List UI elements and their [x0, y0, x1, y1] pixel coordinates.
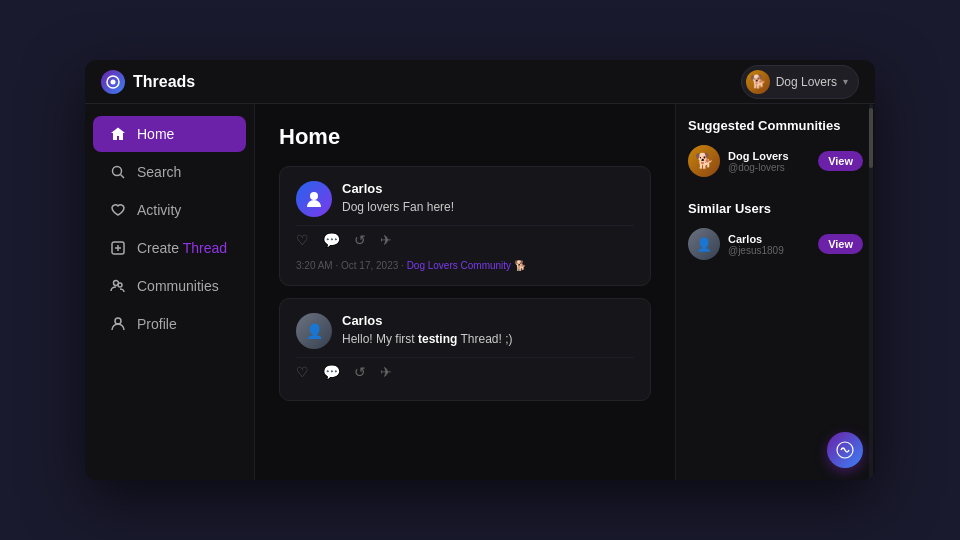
sidebar-item-profile[interactable]: Profile — [93, 306, 246, 342]
thread-username: Carlos — [342, 181, 634, 196]
thread-username: Carlos — [342, 313, 634, 328]
sidebar-create-thread-label: Create Thread — [137, 240, 227, 256]
similar-users-title: Similar Users — [688, 201, 863, 216]
sidebar-item-search[interactable]: Search — [93, 154, 246, 190]
sidebar-profile-label: Profile — [137, 316, 177, 332]
similar-user-name: Carlos — [728, 233, 810, 245]
suggested-community-name: Dog Lovers — [728, 150, 810, 162]
like-button[interactable]: ♡ — [296, 364, 309, 380]
fab-button[interactable] — [827, 432, 863, 468]
suggested-info: Dog Lovers @dog-lovers — [728, 150, 810, 173]
scrollbar — [869, 104, 873, 480]
svg-point-8 — [118, 283, 122, 287]
sidebar-item-activity[interactable]: Activity — [93, 192, 246, 228]
page-title: Home — [279, 124, 651, 150]
sidebar-search-label: Search — [137, 164, 181, 180]
community-avatar: 🐕 — [746, 70, 770, 94]
thread-header: 👤 Carlos Hello! My first testing Thread!… — [296, 313, 634, 349]
view-community-button[interactable]: View — [818, 151, 863, 171]
thread-content: Dog lovers Fan here! — [342, 199, 634, 216]
threads-logo-icon — [101, 70, 125, 94]
thread-meta: 3:20 AM · Oct 17, 2023 · Dog Lovers Comm… — [296, 260, 634, 271]
right-panel: Suggested Communities 🐕 Dog Lovers @dog-… — [675, 104, 875, 480]
top-bar-right: 🐕 Dog Lovers ▾ — [741, 65, 859, 99]
sidebar-activity-label: Activity — [137, 202, 181, 218]
sidebar-item-home[interactable]: Home — [93, 116, 246, 152]
community-selector[interactable]: 🐕 Dog Lovers ▾ — [741, 65, 859, 99]
thread-user-info: Carlos Dog lovers Fan here! — [342, 181, 634, 216]
profile-icon — [109, 315, 127, 333]
suggested-community-handle: @dog-lovers — [728, 162, 810, 173]
avatar: 👤 — [296, 313, 332, 349]
scroll-thumb[interactable] — [869, 108, 873, 168]
search-icon — [109, 163, 127, 181]
svg-point-2 — [113, 167, 122, 176]
avatar — [296, 181, 332, 217]
suggested-info: Carlos @jesus1809 — [728, 233, 810, 256]
svg-point-9 — [115, 318, 121, 324]
top-bar-left: Threads — [101, 70, 195, 94]
thread-user-info: Carlos Hello! My first testing Thread! ;… — [342, 313, 634, 348]
suggested-community-item: 🐕 Dog Lovers @dog-lovers View — [688, 145, 863, 177]
similar-users-section: Similar Users 👤 Carlos @jesus1809 View — [688, 201, 863, 260]
community-avatar: 🐕 — [688, 145, 720, 177]
sidebar-home-label: Home — [137, 126, 174, 142]
repost-button[interactable]: ↺ — [354, 232, 366, 248]
suggested-communities-section: Suggested Communities 🐕 Dog Lovers @dog-… — [688, 118, 863, 177]
edit-icon — [109, 239, 127, 257]
similar-user-item: 👤 Carlos @jesus1809 View — [688, 228, 863, 260]
thread-card: Carlos Dog lovers Fan here! ♡ 💬 ↺ ✈ 3:20… — [279, 166, 651, 286]
chevron-down-icon: ▾ — [843, 76, 848, 87]
app-title: Threads — [133, 73, 195, 91]
communities-icon — [109, 277, 127, 295]
community-link[interactable]: Dog Lovers Community 🐕 — [407, 260, 526, 271]
sidebar-communities-label: Communities — [137, 278, 219, 294]
content-area: Home Carlos Dog lovers Fan here! — [255, 104, 675, 480]
suggested-communities-title: Suggested Communities — [688, 118, 863, 133]
repost-button[interactable]: ↺ — [354, 364, 366, 380]
sidebar: Home Search Activity — [85, 104, 255, 480]
comment-button[interactable]: 💬 — [323, 232, 340, 248]
sidebar-item-communities[interactable]: Communities — [93, 268, 246, 304]
svg-point-1 — [111, 79, 116, 84]
top-bar: Threads 🐕 Dog Lovers ▾ — [85, 60, 875, 104]
share-button[interactable]: ✈ — [380, 232, 392, 248]
heart-icon — [109, 201, 127, 219]
view-user-button[interactable]: View — [818, 234, 863, 254]
thread-actions: ♡ 💬 ↺ ✈ — [296, 225, 634, 254]
similar-user-handle: @jesus1809 — [728, 245, 810, 256]
svg-point-10 — [310, 192, 318, 200]
main-layout: Home Search Activity — [85, 104, 875, 480]
home-icon — [109, 125, 127, 143]
user-avatar: 👤 — [688, 228, 720, 260]
thread-header: Carlos Dog lovers Fan here! — [296, 181, 634, 217]
like-button[interactable]: ♡ — [296, 232, 309, 248]
thread-card: 👤 Carlos Hello! My first testing Thread!… — [279, 298, 651, 401]
thread-content: Hello! My first testing Thread! ;) — [342, 331, 634, 348]
comment-button[interactable]: 💬 — [323, 364, 340, 380]
community-badge-name: Dog Lovers — [776, 75, 837, 89]
sidebar-item-create-thread[interactable]: Create Thread — [93, 230, 246, 266]
app-window: Threads 🐕 Dog Lovers ▾ Home — [85, 60, 875, 480]
svg-line-3 — [121, 175, 125, 179]
share-button[interactable]: ✈ — [380, 364, 392, 380]
thread-actions: ♡ 💬 ↺ ✈ — [296, 357, 634, 386]
